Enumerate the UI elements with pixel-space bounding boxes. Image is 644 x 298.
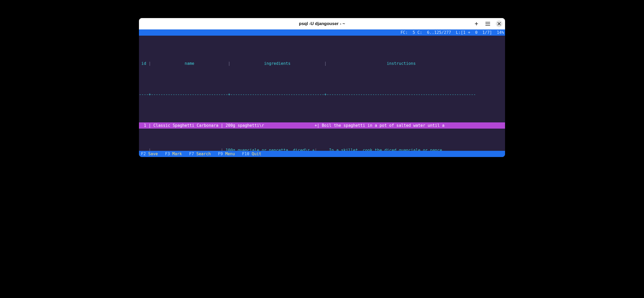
f2-label: Save [146,151,158,157]
pipe: | [228,60,230,67]
titlebar: psql -U djangouser - ~ [139,18,505,29]
pipe: | [148,60,151,67]
close-button[interactable] [496,20,502,27]
cell-ingredients: 200g spaghetti\r + [223,122,317,129]
terminal-viewport[interactable]: FC: 5 C: 6..125/277 L:[1 + 0 1/7] 14% id… [139,29,505,157]
pager-status-text: FC: 5 C: 6..125/277 L:[1 + 0 1/7] 14% [401,30,504,35]
col-id: id [139,60,148,67]
f7-key[interactable]: F7 [189,151,194,157]
table-divider: ----+--------------------------------+--… [139,91,505,98]
window-title: psql -U djangouser - ~ [299,21,345,26]
cell-id: 1 [139,122,148,129]
svg-rect-0 [485,22,490,22]
f9-key[interactable]: F9 [218,151,223,157]
plus-icon [474,22,478,26]
cell-name: Classic Spaghetti Carbonara [151,122,221,129]
col-ingredients: ingredients [230,60,324,67]
pager-body: id | name | ingredients | instructions -… [139,36,505,151]
col-name: name [151,60,228,67]
cell-instructions: Boil the spaghetti in a pot of salted wa… [319,122,444,129]
close-icon [498,22,501,25]
f10-key[interactable]: F10 [242,151,249,157]
f9-label: Menu [223,151,235,157]
f3-label: Mark [170,151,182,157]
f10-label: Quit [249,151,261,157]
f7-label: Search [194,151,211,157]
table-row[interactable]: | | 100g guanciale or pancetta, diced\r … [139,147,505,151]
pager-status-bar: FC: 5 C: 6..125/277 L:[1 + 0 1/7] 14% [139,29,505,36]
pipe: | [324,60,327,67]
table-header: id | name | ingredients | instructions [139,60,505,67]
f2-key[interactable]: F2 [141,151,146,157]
hamburger-icon [485,22,490,26]
menu-button[interactable] [484,20,491,27]
titlebar-controls [473,20,502,27]
pager-fkey-bar: F2 Save F3 Mark F7 Search F9 Menu F10 Qu… [139,151,505,157]
svg-rect-2 [485,25,490,26]
terminal-window: psql -U djangouser - ~ FC: 5 C: 6..125/2… [139,18,505,157]
svg-rect-1 [485,23,490,24]
new-tab-button[interactable] [473,20,480,27]
table-row-selected[interactable]: 1 | Classic Spaghetti Carbonara | 200g s… [139,122,505,129]
f3-key[interactable]: F3 [165,151,170,157]
col-instructions: instructions [327,60,476,67]
